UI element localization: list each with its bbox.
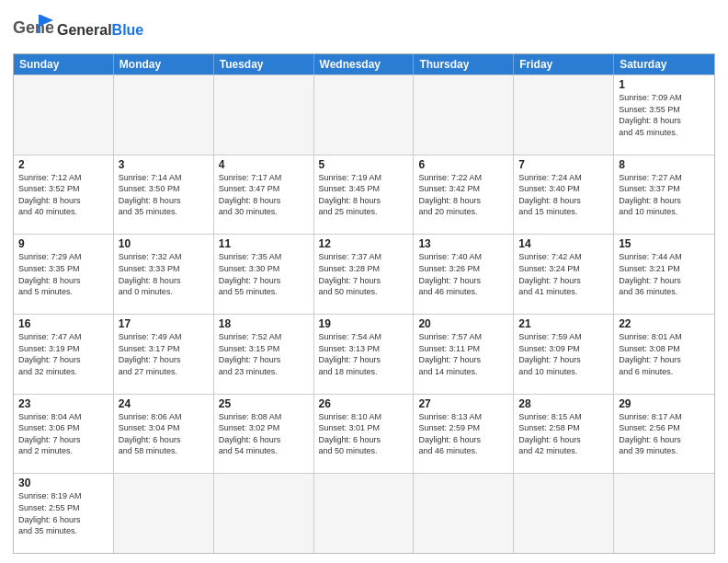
calendar-cell: 19Sunrise: 7:54 AM Sunset: 3:13 PM Dayli… [314, 315, 415, 394]
logo-text: GeneralBlue [57, 22, 143, 39]
calendar-cell: 29Sunrise: 8:17 AM Sunset: 2:56 PM Dayli… [614, 395, 714, 474]
day-number: 28 [518, 397, 609, 410]
calendar-cell: 4Sunrise: 7:17 AM Sunset: 3:47 PM Daylig… [214, 155, 314, 235]
day-number: 15 [619, 237, 710, 250]
calendar-cell: 17Sunrise: 7:49 AM Sunset: 3:17 PM Dayli… [114, 315, 214, 394]
calendar-cell: 9Sunrise: 7:29 AM Sunset: 3:35 PM Daylig… [14, 235, 114, 314]
day-number: 16 [18, 317, 108, 330]
calendar-row-1: 2Sunrise: 7:12 AM Sunset: 3:52 PM Daylig… [14, 155, 714, 235]
calendar-cell [214, 75, 314, 155]
dow-cell-tuesday: Tuesday [214, 54, 314, 75]
calendar-cell: 22Sunrise: 8:01 AM Sunset: 3:08 PM Dayli… [614, 315, 714, 394]
sun-info: Sunrise: 8:01 AM Sunset: 3:08 PM Dayligh… [619, 331, 710, 377]
sun-info: Sunrise: 7:37 AM Sunset: 3:28 PM Dayligh… [319, 251, 409, 297]
calendar-cell: 15Sunrise: 7:44 AM Sunset: 3:21 PM Dayli… [614, 235, 714, 314]
day-number: 12 [319, 237, 409, 250]
calendar-cell: 25Sunrise: 8:08 AM Sunset: 3:02 PM Dayli… [214, 395, 314, 474]
day-number: 3 [119, 158, 209, 171]
sun-info: Sunrise: 7:09 AM Sunset: 3:55 PM Dayligh… [619, 92, 710, 138]
calendar-cell [614, 474, 714, 553]
sun-info: Sunrise: 8:08 AM Sunset: 3:02 PM Dayligh… [219, 411, 309, 457]
sun-info: Sunrise: 7:52 AM Sunset: 3:15 PM Dayligh… [219, 331, 309, 377]
header: General GeneralBlue [13, 9, 715, 46]
calendar-row-2: 9Sunrise: 7:29 AM Sunset: 3:35 PM Daylig… [14, 234, 714, 314]
sun-info: Sunrise: 7:47 AM Sunset: 3:19 PM Dayligh… [18, 331, 108, 377]
calendar-cell: 20Sunrise: 7:57 AM Sunset: 3:11 PM Dayli… [414, 315, 514, 394]
day-number: 2 [18, 158, 108, 171]
sun-info: Sunrise: 7:54 AM Sunset: 3:13 PM Dayligh… [319, 331, 409, 377]
sun-info: Sunrise: 7:27 AM Sunset: 3:37 PM Dayligh… [619, 172, 710, 218]
calendar-row-0: 1Sunrise: 7:09 AM Sunset: 3:55 PM Daylig… [14, 75, 714, 155]
day-number: 23 [18, 397, 108, 410]
calendar-cell: 2Sunrise: 7:12 AM Sunset: 3:52 PM Daylig… [14, 155, 114, 235]
calendar-cell: 10Sunrise: 7:32 AM Sunset: 3:33 PM Dayli… [114, 235, 214, 314]
calendar-cell [414, 474, 514, 553]
calendar-cell: 1Sunrise: 7:09 AM Sunset: 3:55 PM Daylig… [614, 75, 714, 155]
calendar-cell [514, 474, 614, 553]
day-number: 4 [219, 158, 309, 171]
sun-info: Sunrise: 8:19 AM Sunset: 2:55 PM Dayligh… [18, 490, 108, 536]
calendar-cell [214, 474, 314, 553]
sun-info: Sunrise: 7:17 AM Sunset: 3:47 PM Dayligh… [219, 172, 309, 218]
sun-info: Sunrise: 8:04 AM Sunset: 3:06 PM Dayligh… [18, 411, 108, 457]
calendar-row-4: 23Sunrise: 8:04 AM Sunset: 3:06 PM Dayli… [14, 394, 714, 474]
dow-cell-monday: Monday [114, 54, 214, 75]
sun-info: Sunrise: 7:24 AM Sunset: 3:40 PM Dayligh… [518, 172, 609, 218]
sun-info: Sunrise: 7:35 AM Sunset: 3:30 PM Dayligh… [219, 251, 309, 297]
calendar-cell [414, 75, 514, 155]
calendar-cell [114, 474, 214, 553]
dow-cell-wednesday: Wednesday [314, 54, 415, 75]
day-number: 10 [119, 237, 209, 250]
calendar-cell: 13Sunrise: 7:40 AM Sunset: 3:26 PM Dayli… [414, 235, 514, 314]
day-number: 25 [219, 397, 309, 410]
calendar-cell: 23Sunrise: 8:04 AM Sunset: 3:06 PM Dayli… [14, 395, 114, 474]
dow-cell-thursday: Thursday [414, 54, 514, 75]
day-of-week-row: SundayMondayTuesdayWednesdayThursdayFrid… [14, 54, 714, 75]
day-number: 11 [219, 237, 309, 250]
logo: General GeneralBlue [13, 13, 143, 46]
calendar-row-5: 30Sunrise: 8:19 AM Sunset: 2:55 PM Dayli… [14, 473, 714, 553]
calendar-row-3: 16Sunrise: 7:47 AM Sunset: 3:19 PM Dayli… [14, 314, 714, 394]
calendar-cell: 12Sunrise: 7:37 AM Sunset: 3:28 PM Dayli… [314, 235, 415, 314]
day-number: 30 [18, 477, 108, 489]
calendar-cell: 27Sunrise: 8:13 AM Sunset: 2:59 PM Dayli… [414, 395, 514, 474]
day-number: 29 [619, 397, 710, 410]
day-number: 21 [518, 317, 609, 330]
calendar-cell: 8Sunrise: 7:27 AM Sunset: 3:37 PM Daylig… [614, 155, 714, 235]
day-number: 6 [418, 158, 508, 171]
calendar-cell: 6Sunrise: 7:22 AM Sunset: 3:42 PM Daylig… [414, 155, 514, 235]
day-number: 1 [619, 78, 710, 91]
sun-info: Sunrise: 8:06 AM Sunset: 3:04 PM Dayligh… [119, 411, 209, 457]
sun-info: Sunrise: 7:44 AM Sunset: 3:21 PM Dayligh… [619, 251, 710, 297]
day-number: 26 [319, 397, 409, 410]
calendar-cell: 26Sunrise: 8:10 AM Sunset: 3:01 PM Dayli… [314, 395, 415, 474]
dow-cell-friday: Friday [514, 54, 614, 75]
calendar-cell [114, 75, 214, 155]
calendar-cell: 21Sunrise: 7:59 AM Sunset: 3:09 PM Dayli… [514, 315, 614, 394]
calendar-cell: 28Sunrise: 8:15 AM Sunset: 2:58 PM Dayli… [514, 395, 614, 474]
calendar-cell: 3Sunrise: 7:14 AM Sunset: 3:50 PM Daylig… [114, 155, 214, 235]
calendar-cell: 30Sunrise: 8:19 AM Sunset: 2:55 PM Dayli… [14, 474, 114, 553]
sun-info: Sunrise: 8:17 AM Sunset: 2:56 PM Dayligh… [619, 411, 710, 457]
sun-info: Sunrise: 7:14 AM Sunset: 3:50 PM Dayligh… [119, 172, 209, 218]
calendar-cell: 18Sunrise: 7:52 AM Sunset: 3:15 PM Dayli… [214, 315, 314, 394]
day-number: 20 [418, 317, 508, 330]
day-number: 9 [18, 237, 108, 250]
calendar-cell: 16Sunrise: 7:47 AM Sunset: 3:19 PM Dayli… [14, 315, 114, 394]
dow-cell-saturday: Saturday [614, 54, 714, 75]
sun-info: Sunrise: 7:59 AM Sunset: 3:09 PM Dayligh… [518, 331, 609, 377]
logo-icon: General [13, 13, 53, 46]
day-number: 24 [119, 397, 209, 410]
sun-info: Sunrise: 7:32 AM Sunset: 3:33 PM Dayligh… [119, 251, 209, 297]
svg-rect-2 [39, 15, 40, 33]
calendar: SundayMondayTuesdayWednesdayThursdayFrid… [13, 53, 715, 554]
day-number: 18 [219, 317, 309, 330]
sun-info: Sunrise: 8:10 AM Sunset: 3:01 PM Dayligh… [319, 411, 409, 457]
sun-info: Sunrise: 7:42 AM Sunset: 3:24 PM Dayligh… [518, 251, 609, 297]
sun-info: Sunrise: 7:29 AM Sunset: 3:35 PM Dayligh… [18, 251, 108, 297]
day-number: 7 [518, 158, 609, 171]
calendar-cell: 11Sunrise: 7:35 AM Sunset: 3:30 PM Dayli… [214, 235, 314, 314]
calendar-cell: 14Sunrise: 7:42 AM Sunset: 3:24 PM Dayli… [514, 235, 614, 314]
calendar-cell: 5Sunrise: 7:19 AM Sunset: 3:45 PM Daylig… [314, 155, 415, 235]
calendar-cell: 24Sunrise: 8:06 AM Sunset: 3:04 PM Dayli… [114, 395, 214, 474]
